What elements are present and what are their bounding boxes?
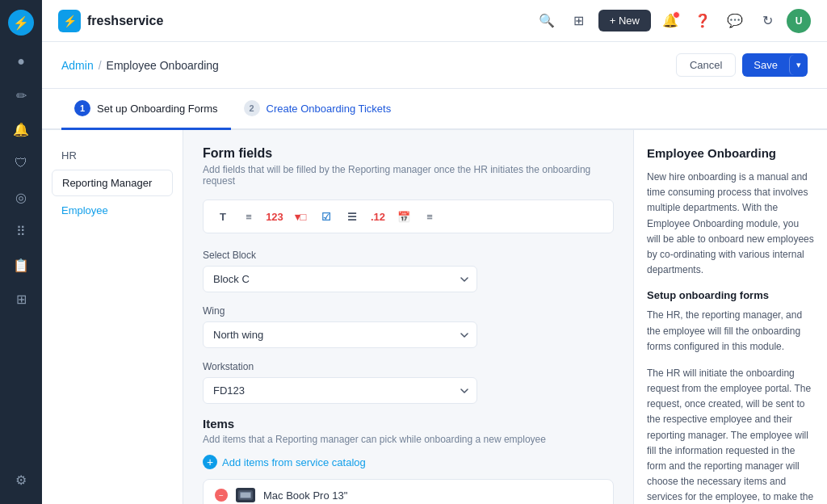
topbar-actions: 🔍 ⊞ + New 🔔 ❓ 💬 ↻ U <box>534 8 811 34</box>
save-chevron-button[interactable]: ▾ <box>789 55 808 75</box>
nav-icon-box2[interactable]: ⚙ <box>6 465 36 494</box>
logo-bolt: ⚡ <box>63 15 77 27</box>
items-section: Items Add items that a Reporting manager… <box>203 417 614 504</box>
breadcrumb: Admin / Employee Onboarding <box>61 59 219 72</box>
step-1-label: Set up Onboarding Forms <box>97 103 218 115</box>
action-bar: Admin / Employee Onboarding Cancel Save … <box>42 42 827 89</box>
panel-para3: The HR will initiate the onboarding requ… <box>647 366 814 504</box>
nav-icon-circle[interactable]: ● <box>6 47 36 76</box>
step-2[interactable]: 2 Create Onboarding Tickets <box>231 89 405 130</box>
right-panel: Employee Onboarding New hire onboarding … <box>633 130 827 504</box>
breadcrumb-current: Employee Onboarding <box>107 59 219 72</box>
wing-input[interactable]: North wing South wing East wing West win… <box>203 321 477 348</box>
content-area: Admin / Employee Onboarding Cancel Save … <box>42 42 827 504</box>
add-items-icon: + <box>203 455 217 469</box>
wing-field: Wing North wing South wing East wing Wes… <box>203 305 614 348</box>
sidebar-item-reporting-manager[interactable]: Reporting Manager <box>52 170 173 196</box>
form-sidebar: HR Reporting Manager Employee <box>42 130 183 504</box>
panel-subtitle: Setup onboarding forms <box>647 289 814 301</box>
step-2-label: Create Onboarding Tickets <box>267 103 392 115</box>
breadcrumb-separator: / <box>99 59 102 72</box>
workstation-field: Workstation FD123 FD124 FD125 <box>203 361 614 404</box>
nav-icon-edit[interactable]: ✏ <box>6 81 36 110</box>
sidebar-item-hr[interactable]: HR <box>52 143 173 168</box>
toolbar-checkbox-btn[interactable]: ☑ <box>315 205 338 228</box>
user-avatar[interactable]: U <box>787 9 811 33</box>
select-block-input[interactable]: Block C Block A Block B Block D <box>203 266 477 292</box>
new-button[interactable]: + New <box>598 10 651 32</box>
topbar-logo-icon: ⚡ <box>58 10 81 32</box>
field-toolbar: T ≡ 123 ▾□ ☑ ☰ .12 📅 ≡ <box>203 200 614 233</box>
search-button[interactable]: 🔍 <box>534 8 560 34</box>
chat-button[interactable]: 💬 <box>722 8 748 34</box>
notifications-button[interactable]: 🔔 <box>657 8 683 34</box>
steps-bar: 1 Set up Onboarding Forms 2 Create Onboa… <box>42 89 827 130</box>
logo-icon: ⚡ <box>13 15 29 31</box>
panel-para1: New hire onboarding is a manual and time… <box>647 170 814 278</box>
form-content: Form fields Add fields that will be fill… <box>183 130 633 504</box>
select-block-field: Select Block Block C Block A Block B Blo… <box>203 250 614 292</box>
workstation-label: Workstation <box>203 361 614 372</box>
page-layout: Admin / Employee Onboarding Cancel Save … <box>42 42 827 504</box>
item-remove-button[interactable]: − <box>215 489 228 502</box>
cancel-button[interactable]: Cancel <box>676 53 736 77</box>
main-area: ⚡ freshservice 🔍 ⊞ + New 🔔 ❓ 💬 ↻ U Admin… <box>42 0 827 504</box>
item-card: − Mac Book Pro 13" <box>203 479 614 504</box>
step-1-num: 1 <box>74 100 90 116</box>
items-desc: Add items that a Reporting manager can p… <box>203 434 614 445</box>
step-2-num: 2 <box>244 100 260 116</box>
nav-icon-grid[interactable]: ⠿ <box>6 216 36 246</box>
nav-icon-doc[interactable]: 📋 <box>6 250 36 279</box>
topbar: ⚡ freshservice 🔍 ⊞ + New 🔔 ❓ 💬 ↻ U <box>42 0 827 42</box>
toolbar-calendar-btn[interactable]: 📅 <box>393 205 415 228</box>
help-button[interactable]: ❓ <box>690 8 716 34</box>
nav-icon-box[interactable]: ⊞ <box>6 284 36 313</box>
item-name: Mac Book Pro 13" <box>263 489 347 502</box>
add-items-button[interactable]: + Add items from service catalog <box>203 455 614 469</box>
grid-button[interactable]: ⊞ <box>566 8 592 34</box>
svg-rect-2 <box>241 493 250 498</box>
panel-para2: The HR, the reporting manager, and the e… <box>647 308 814 355</box>
action-buttons: Cancel Save ▾ <box>676 53 808 77</box>
form-description: Add fields that will be filled by the Re… <box>203 164 614 187</box>
add-items-label: Add items from service catalog <box>222 456 366 468</box>
items-title: Items <box>203 417 614 430</box>
app-name: ⚡ freshservice <box>58 10 524 32</box>
left-nav: ⚡ ● ✏ 🔔 🛡 ◎ ⠿ 📋 ⊞ ⚙ <box>0 0 42 504</box>
nav-icon-circle2[interactable]: ◎ <box>6 183 36 212</box>
toolbar-text-btn[interactable]: T <box>212 205 234 228</box>
sidebar-item-employee[interactable]: Employee <box>52 198 173 223</box>
app-name-text: freshservice <box>87 14 163 28</box>
form-title: Form fields <box>203 146 614 161</box>
toolbar-dropdown-btn[interactable]: ▾□ <box>289 205 312 228</box>
item-icon <box>236 488 255 502</box>
select-block-label: Select Block <box>203 250 614 261</box>
nav-icon-bell[interactable]: 🔔 <box>6 115 36 144</box>
toolbar-list-btn[interactable]: ☰ <box>341 205 363 228</box>
nav-icon-shield[interactable]: 🛡 <box>6 149 36 178</box>
toolbar-num-btn[interactable]: 123 <box>263 205 286 228</box>
app-logo: ⚡ <box>8 10 34 36</box>
main-split: HR Reporting Manager Employee Form field… <box>42 130 827 504</box>
toolbar-lines-btn[interactable]: ≡ <box>418 205 441 228</box>
refresh-button[interactable]: ↻ <box>754 8 780 34</box>
wing-label: Wing <box>203 305 614 317</box>
toolbar-align-btn[interactable]: ≡ <box>237 205 260 228</box>
breadcrumb-admin[interactable]: Admin <box>61 59 94 72</box>
save-button-group: Save ▾ <box>742 53 808 77</box>
toolbar-decimal-btn[interactable]: .12 <box>367 205 389 228</box>
step-1[interactable]: 1 Set up Onboarding Forms <box>61 89 231 130</box>
save-button[interactable]: Save <box>742 54 789 76</box>
workstation-input[interactable]: FD123 FD124 FD125 <box>203 377 477 404</box>
panel-title: Employee Onboarding <box>647 146 814 160</box>
